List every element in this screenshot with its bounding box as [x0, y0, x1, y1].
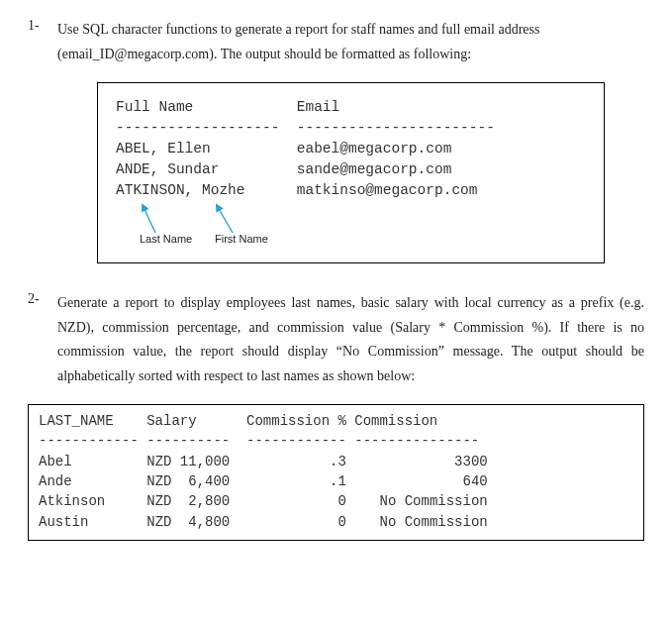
- annotation-last-name: Last Name: [140, 233, 192, 245]
- row-1-email: eabel@megacorp.com: [297, 141, 452, 156]
- r2-1-sal: NZD 11,000: [146, 454, 230, 469]
- r2-2-comm: 640: [463, 473, 488, 489]
- r2-2-sal: NZD 6,400: [146, 473, 230, 489]
- question-2-text: Generate a report to display employees l…: [57, 291, 644, 388]
- question-2: 2- Generate a report to display employee…: [28, 291, 644, 388]
- svg-line-1: [218, 207, 233, 233]
- question-1-text: Use SQL character functions to generate …: [57, 18, 644, 66]
- dash-line-2: ------------ ---------- ------------ ---…: [39, 433, 479, 449]
- r2-4-comm: No Commission: [379, 514, 487, 530]
- output-box-1: Full Name Email ------------------- ----…: [97, 82, 605, 263]
- row-3-email: matkinso@megacorp.com: [297, 182, 478, 198]
- annotation-arrows: [116, 203, 314, 237]
- r2-4-pct: 0: [337, 514, 345, 530]
- row-3-name: ATKINSON, Mozhe: [116, 182, 245, 198]
- r2-4-last: Austin: [39, 514, 88, 530]
- dashes-email: -----------------------: [297, 120, 495, 136]
- svg-line-0: [144, 207, 155, 233]
- row-2-email: sande@megacorp.com: [297, 161, 452, 177]
- output-1-content: Full Name Email ------------------- ----…: [116, 97, 586, 201]
- annotation-first-name: First Name: [215, 233, 268, 245]
- r2-3-pct: 0: [337, 493, 345, 509]
- annotation-row: Last Name First Name: [116, 203, 586, 251]
- r2-2-last: Ande: [39, 473, 72, 489]
- r2-3-last: Atkinson: [39, 493, 105, 509]
- col-header-fullname: Full Name: [116, 99, 193, 115]
- r2-4-sal: NZD 4,800: [146, 514, 230, 530]
- r2-3-sal: NZD 2,800: [146, 493, 230, 509]
- question-2-number: 2-: [28, 291, 57, 388]
- question-1: 1- Use SQL character functions to genera…: [28, 18, 644, 66]
- r2-2-pct: .1: [330, 473, 346, 489]
- row-1-name: ABEL, Ellen: [116, 141, 211, 156]
- output-2-content: LAST_NAME Salary Commission % Commission…: [39, 411, 633, 532]
- r2-1-comm: 3300: [454, 454, 488, 469]
- output-box-2: LAST_NAME Salary Commission % Commission…: [28, 404, 644, 541]
- r2-3-comm: No Commission: [379, 493, 487, 509]
- col-header-email: Email: [297, 99, 340, 115]
- question-1-number: 1-: [28, 18, 57, 66]
- r2-1-last: Abel: [39, 454, 72, 469]
- header-line-2: LAST_NAME Salary Commission % Commission: [39, 413, 437, 429]
- r2-1-pct: .3: [330, 454, 346, 469]
- row-2-name: ANDE, Sundar: [116, 161, 219, 177]
- dashes-fullname: -------------------: [116, 120, 279, 136]
